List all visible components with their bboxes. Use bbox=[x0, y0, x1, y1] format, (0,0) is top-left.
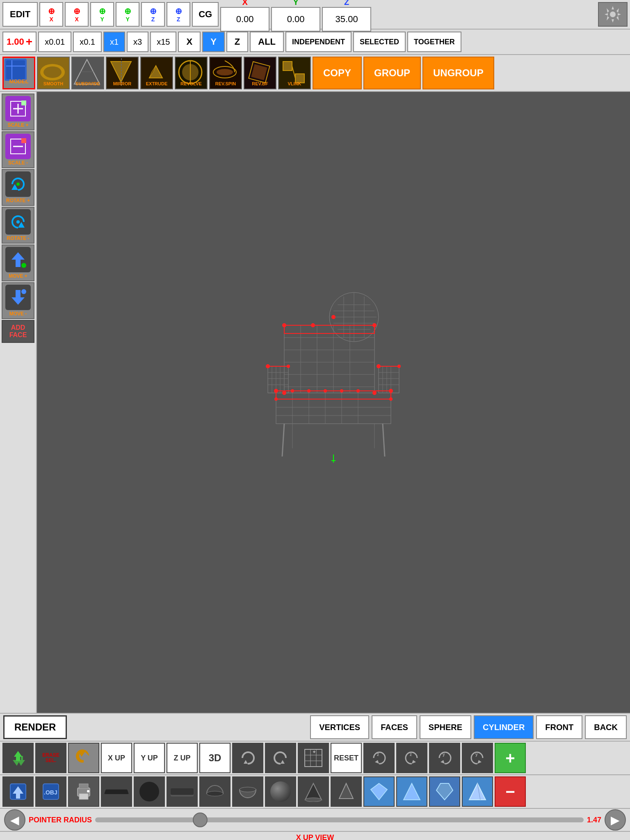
svg-marker-146 bbox=[469, 783, 486, 800]
axis-y-up[interactable]: ⊕ Y bbox=[90, 2, 114, 27]
tool-vlink[interactable]: VLINK bbox=[278, 57, 311, 89]
tool-revolve[interactable]: REVOLVE bbox=[175, 57, 208, 89]
ungroup-button[interactable]: UNGROUP bbox=[422, 57, 494, 89]
view-vertices[interactable]: VERTICES bbox=[310, 715, 369, 739]
axis-x-sel[interactable]: X bbox=[178, 32, 201, 52]
print-button[interactable] bbox=[68, 776, 99, 807]
3d-button[interactable]: 3D bbox=[199, 743, 231, 773]
axis-x-left[interactable]: ⊕ X bbox=[39, 2, 63, 27]
axis-y-sel[interactable]: Y bbox=[202, 32, 225, 52]
undo-button[interactable] bbox=[68, 743, 99, 773]
svg-marker-124 bbox=[412, 760, 416, 764]
reset-button[interactable]: RESET bbox=[331, 743, 362, 773]
nav-left-arrow[interactable]: ◀ bbox=[4, 809, 25, 831]
slider-thumb[interactable] bbox=[193, 813, 208, 827]
svg-rect-135 bbox=[79, 784, 88, 789]
tool-revspin[interactable]: REV.SPIN bbox=[209, 57, 242, 89]
tool-subdivide[interactable]: SUBDIVIDE bbox=[71, 57, 104, 89]
obj-button[interactable]: .OBJ bbox=[35, 776, 66, 807]
pointer-slider[interactable] bbox=[95, 817, 584, 822]
shape-gem[interactable] bbox=[429, 776, 460, 807]
z-coord-input[interactable] bbox=[322, 7, 371, 32]
view-sphere[interactable]: SPHERE bbox=[420, 715, 471, 739]
erase-sel-button[interactable]: ERASESEL. bbox=[35, 743, 66, 773]
nav-right-arrow[interactable]: ▶ bbox=[605, 809, 626, 831]
shape-half-sphere2[interactable] bbox=[232, 776, 263, 807]
render-button[interactable]: RENDER bbox=[3, 715, 67, 739]
svg-marker-126 bbox=[441, 760, 445, 764]
y-coord-input[interactable] bbox=[271, 7, 320, 32]
z-up-button[interactable]: Z UP bbox=[167, 743, 198, 773]
cg-button[interactable]: CG bbox=[192, 2, 219, 27]
mult-x001[interactable]: x0.01 bbox=[38, 32, 71, 52]
svg-text:z: z bbox=[410, 752, 412, 757]
tool-revbf[interactable]: REV.BF bbox=[244, 57, 276, 89]
tool-extrude[interactable]: EXTRUDE bbox=[140, 57, 173, 89]
viewport[interactable] bbox=[37, 92, 630, 713]
recycle-button[interactable] bbox=[2, 743, 34, 773]
shape-half-sphere[interactable] bbox=[199, 776, 231, 807]
shape-pyramid[interactable] bbox=[462, 776, 493, 807]
axis-z-in[interactable]: ⊕ Z bbox=[141, 2, 165, 27]
settings-button[interactable] bbox=[598, 2, 628, 27]
axis-all-sel[interactable]: ALL bbox=[250, 32, 284, 52]
add-face-tool[interactable]: ADD FACE bbox=[2, 320, 34, 343]
shape-triangle[interactable] bbox=[396, 776, 427, 807]
copy-button[interactable]: COPY bbox=[313, 57, 362, 89]
rotate-cw-button[interactable] bbox=[232, 743, 263, 773]
scale-minus-tool[interactable]: SCALE - bbox=[2, 131, 34, 168]
rotate-y-ccw[interactable]: y bbox=[462, 743, 493, 773]
slider-plus-btn[interactable]: + bbox=[26, 35, 32, 48]
mult-x15[interactable]: x15 bbox=[150, 32, 176, 52]
x-coord-input[interactable] bbox=[220, 7, 269, 32]
mult-x1[interactable]: x1 bbox=[103, 32, 125, 52]
x-up-button[interactable]: X UP bbox=[101, 743, 132, 773]
mode-selected[interactable]: SELECTED bbox=[353, 32, 406, 52]
rotate-z-ccw[interactable]: z bbox=[396, 743, 427, 773]
shape-cone[interactable] bbox=[331, 776, 362, 807]
save-button[interactable] bbox=[2, 776, 34, 807]
move-plus-tool[interactable]: MOVE + bbox=[2, 244, 34, 281]
mode-independent[interactable]: INDEPENDENT bbox=[285, 32, 352, 52]
grid-button[interactable] bbox=[298, 743, 329, 773]
rotate-ccw-button[interactable] bbox=[265, 743, 296, 773]
shape-flat-dark[interactable] bbox=[101, 776, 132, 807]
shape-cone2[interactable] bbox=[298, 776, 329, 807]
add-plus-button[interactable]: + bbox=[495, 743, 526, 773]
rotate-minus-tool[interactable]: ROTATE - bbox=[2, 207, 34, 244]
mult-x01[interactable]: x0.1 bbox=[73, 32, 102, 52]
axis-y-down[interactable]: ⊕ Y bbox=[116, 2, 139, 27]
tool-mirror[interactable]: MIRROR bbox=[106, 57, 139, 89]
svg-rect-67 bbox=[379, 366, 399, 393]
scale-plus-tool[interactable]: SCALE + bbox=[2, 94, 34, 130]
3d-model bbox=[251, 284, 415, 481]
svg-marker-114 bbox=[281, 760, 285, 764]
view-back[interactable]: BACK bbox=[585, 715, 627, 739]
mode-together[interactable]: TOGETHER bbox=[407, 32, 461, 52]
remove-minus-button[interactable]: − bbox=[495, 776, 526, 807]
group-button[interactable]: GROUP bbox=[363, 57, 421, 89]
axis-z-sel[interactable]: Z bbox=[226, 32, 248, 52]
move-minus-tool[interactable]: MOVE - bbox=[2, 282, 34, 319]
rotate-plus-tool[interactable]: ROTATE + bbox=[2, 169, 34, 206]
axis-x-right[interactable]: ⊕ X bbox=[65, 2, 89, 27]
tool-model[interactable]: MODEL bbox=[2, 57, 35, 89]
edit-button[interactable]: EDIT bbox=[2, 2, 38, 27]
value-slider[interactable]: 1.00 + bbox=[2, 32, 37, 52]
mult-x3[interactable]: x3 bbox=[127, 32, 148, 52]
svg-point-40 bbox=[21, 289, 26, 294]
tool-smooth[interactable]: SMOOTH bbox=[37, 57, 70, 89]
rotate-y-cw[interactable]: y bbox=[429, 743, 460, 773]
rotate-z-cw[interactable]: z bbox=[363, 743, 395, 773]
view-front[interactable]: FRONT bbox=[536, 715, 582, 739]
svg-point-91 bbox=[274, 389, 278, 393]
svg-point-104 bbox=[324, 390, 326, 392]
shape-circle-dark[interactable] bbox=[134, 776, 165, 807]
view-faces[interactable]: FACES bbox=[372, 715, 417, 739]
shape-sphere-dark[interactable] bbox=[265, 776, 296, 807]
shape-diamond[interactable] bbox=[363, 776, 395, 807]
y-up-button[interactable]: Y UP bbox=[134, 743, 165, 773]
axis-z-out[interactable]: ⊕ Z bbox=[167, 2, 190, 27]
shape-flat2[interactable] bbox=[167, 776, 198, 807]
view-cylinder[interactable]: CYLINDER bbox=[474, 715, 534, 739]
